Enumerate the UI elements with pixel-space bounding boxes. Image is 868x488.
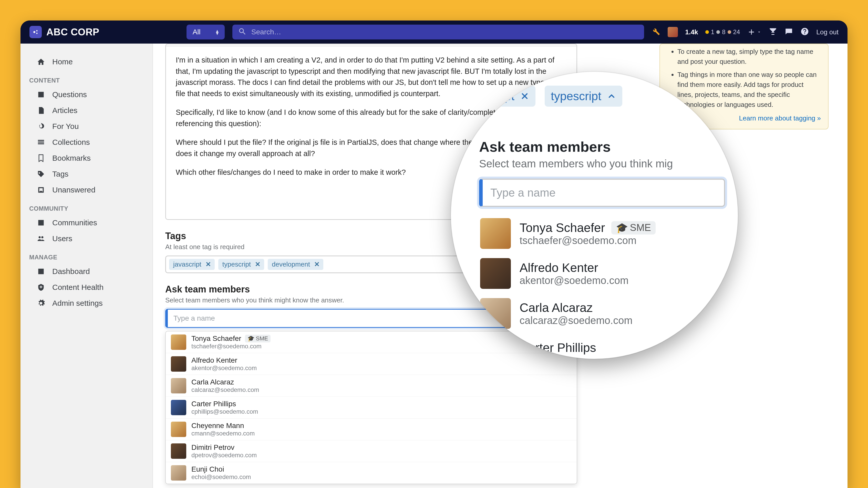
- member-row[interactable]: Eunji Choiechoi@soedemo.com: [166, 462, 577, 484]
- foryou-icon: [36, 122, 45, 130]
- sidebar-group-content: CONTENT: [21, 70, 152, 87]
- sidebar: Home CONTENT Questions Articles For You …: [21, 43, 152, 488]
- sidebar-group-manage: MANAGE: [21, 247, 152, 264]
- tag-remove-icon[interactable]: ✕: [312, 261, 322, 268]
- create-button[interactable]: [747, 28, 762, 36]
- badge-counts: 1 8 24: [705, 28, 740, 36]
- user-avatar[interactable]: [668, 27, 678, 37]
- tag-chip[interactable]: javascript✕: [169, 259, 215, 270]
- brand-logo: [29, 26, 42, 38]
- member-avatar: [171, 465, 186, 481]
- mag-ask-title: Ask team members: [479, 139, 727, 155]
- articles-icon: [36, 106, 45, 115]
- sidebar-item-home[interactable]: Home: [21, 54, 152, 70]
- sidebar-item-users[interactable]: Users: [21, 231, 152, 247]
- bookmarks-icon: [36, 154, 45, 162]
- unanswered-icon: [36, 186, 45, 194]
- mag-member-row[interactable]: Tonya Schaefer🎓 SMEtschaefer@soedemo.com: [479, 214, 725, 253]
- bronze-badge-icon: [727, 30, 731, 34]
- tools-icon[interactable]: [652, 27, 660, 37]
- review-icon[interactable]: [784, 27, 793, 37]
- member-avatar: [171, 422, 186, 437]
- member-row[interactable]: Carter Phillipscphillips@soedemo.com: [166, 396, 577, 418]
- tag-chip[interactable]: development✕: [268, 259, 323, 270]
- questions-icon: [36, 90, 45, 99]
- editor-toolbar: [166, 44, 577, 47]
- admin-settings-icon: [36, 299, 45, 307]
- brand: ABC CORP: [29, 26, 99, 38]
- topbar: ABC CORP All ▴▾ 1.4k 1 8 24: [21, 21, 847, 43]
- member-avatar: [171, 378, 186, 393]
- member-avatar: [171, 334, 186, 350]
- collections-icon: [36, 138, 45, 146]
- sidebar-item-tags[interactable]: Tags: [21, 166, 152, 182]
- achievements-icon[interactable]: [769, 27, 777, 37]
- search-scope-dropdown[interactable]: All ▴▾: [187, 25, 225, 39]
- svg-point-1: [36, 30, 38, 32]
- magnifier-overlay: avascript typescript Ask team members Se…: [451, 72, 738, 359]
- silver-badge-icon: [716, 30, 720, 34]
- editor-paragraph: I'm in a situation in which I am creatin…: [176, 55, 567, 99]
- sme-badge: 🎓 SME: [611, 221, 656, 235]
- gold-badge-icon: [705, 30, 709, 34]
- tag-chip[interactable]: typescript✕: [218, 259, 264, 270]
- communities-icon: [36, 219, 45, 227]
- content-health-icon: [36, 283, 45, 292]
- mag-member-row[interactable]: Alfredo Kenterakentor@soedemo.com: [479, 253, 725, 294]
- member-row[interactable]: Cheyenne Manncmann@soedemo.com: [166, 418, 577, 440]
- tag-remove-icon[interactable]: ✕: [204, 261, 213, 268]
- home-icon: [36, 58, 45, 66]
- member-dropdown-list: Tonya Schaefer🎓 SMEtschaefer@soedemo.com…: [165, 331, 577, 484]
- tag-remove-icon[interactable]: ✕: [253, 261, 262, 268]
- member-avatar: [171, 444, 186, 459]
- sidebar-item-communities[interactable]: Communities: [21, 215, 152, 231]
- search-box[interactable]: [232, 25, 644, 39]
- tags-icon: [36, 170, 45, 178]
- sidebar-item-foryou[interactable]: For You: [21, 118, 152, 134]
- tip-item: To create a new tag, simply type the tag…: [677, 47, 821, 67]
- member-avatar: [171, 356, 186, 372]
- svg-point-0: [33, 31, 35, 33]
- sidebar-item-unanswered[interactable]: Unanswered: [21, 182, 152, 198]
- sme-badge: 🎓 SME: [245, 335, 271, 342]
- sidebar-item-bookmarks[interactable]: Bookmarks: [21, 150, 152, 166]
- sidebar-item-articles[interactable]: Articles: [21, 102, 152, 118]
- brand-name: ABC CORP: [46, 27, 99, 38]
- sidebar-item-admin-settings[interactable]: Admin settings: [21, 295, 152, 311]
- sidebar-item-collections[interactable]: Collections: [21, 134, 152, 150]
- member-avatar: [480, 218, 511, 249]
- search-scope-label: All: [193, 28, 200, 36]
- mag-ask-input[interactable]: [479, 179, 725, 207]
- topbar-right: 1.4k 1 8 24 Log out: [652, 27, 839, 37]
- member-avatar: [480, 258, 511, 289]
- member-row[interactable]: Alfredo Kenterakentor@soedemo.com: [166, 353, 577, 375]
- sidebar-item-questions[interactable]: Questions: [21, 87, 152, 102]
- search-icon: [238, 27, 247, 37]
- mag-ask-subtitle: Select team members who you think mig: [479, 158, 727, 170]
- tag-collapse-icon[interactable]: [607, 92, 616, 101]
- svg-point-2: [36, 33, 38, 34]
- mag-tag-chip[interactable]: typescript: [545, 86, 622, 106]
- tip-item: Tag things in more than one way so peopl…: [677, 70, 821, 110]
- scope-caret-icon: ▴▾: [216, 29, 219, 35]
- dashboard-icon: [36, 267, 45, 276]
- help-icon[interactable]: [800, 27, 809, 37]
- search-input[interactable]: [251, 28, 639, 36]
- member-row[interactable]: Dimitri Petrovdpetrov@soedemo.com: [166, 440, 577, 462]
- tag-remove-icon[interactable]: [520, 92, 529, 101]
- member-row[interactable]: Carla Alcarazcalcaraz@soedemo.com: [166, 375, 577, 396]
- users-icon: [36, 235, 45, 243]
- sidebar-group-community: COMMUNITY: [21, 198, 152, 215]
- member-avatar: [171, 400, 186, 415]
- logout-link[interactable]: Log out: [816, 28, 839, 36]
- sidebar-item-content-health[interactable]: Content Health: [21, 279, 152, 295]
- reputation-value: 1.4k: [685, 28, 698, 36]
- sidebar-item-dashboard[interactable]: Dashboard: [21, 264, 152, 279]
